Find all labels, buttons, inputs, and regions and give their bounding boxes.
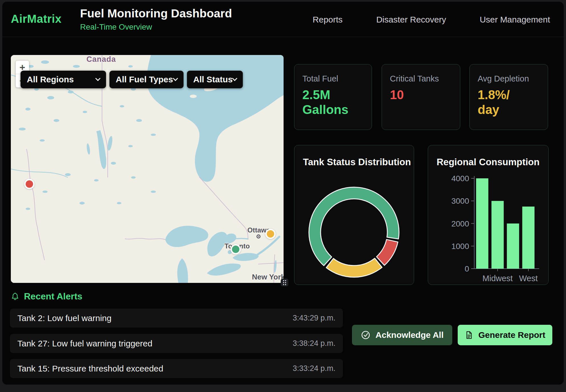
alert-time: 3:38:24 p.m. bbox=[293, 339, 335, 348]
brand-logo: AirMatrix bbox=[11, 13, 62, 25]
chevron-down-icon bbox=[95, 76, 100, 81]
stat-value: 10 bbox=[390, 87, 452, 102]
stat-label: Total Fuel bbox=[302, 74, 364, 83]
nav-item-disaster-recovery[interactable]: Disaster Recovery bbox=[376, 15, 446, 24]
stat-label: Critical Tanks bbox=[390, 74, 452, 83]
status-select-value: All Status bbox=[193, 75, 233, 84]
chevron-down-icon bbox=[232, 76, 237, 81]
svg-text:2000: 2000 bbox=[451, 219, 469, 228]
generate-report-label: Generate Report bbox=[478, 330, 545, 340]
alert-text: Tank 27: Low fuel warning triggered bbox=[17, 339, 152, 348]
resize-grip-handle[interactable] bbox=[281, 279, 288, 286]
header: AirMatrix Fuel Monitoring Dashboard Real… bbox=[2, 2, 564, 37]
alert-row[interactable]: Tank 15: Pressure threshold exceeded 3:3… bbox=[10, 359, 343, 378]
svg-text:3000: 3000 bbox=[451, 197, 469, 205]
regions-select[interactable]: All Regions bbox=[21, 71, 106, 88]
page-title: Fuel Monitoring Dashboard bbox=[80, 7, 232, 20]
regional-consumption-bar-chart[interactable]: 01000200030004000MidwestWest bbox=[428, 145, 549, 285]
nav-item-user-management[interactable]: User Management bbox=[480, 15, 550, 24]
stat-value: 1.8%/day bbox=[478, 87, 540, 117]
alert-text: Tank 15: Pressure threshold exceeded bbox=[17, 364, 163, 373]
status-select[interactable]: All Status bbox=[187, 71, 243, 88]
check-circle-icon bbox=[361, 330, 370, 340]
acknowledge-all-label: Acknowledge All bbox=[376, 330, 444, 340]
fuel-types-select-value: All Fuel Types bbox=[116, 75, 173, 84]
map-label-canada: Canada bbox=[83, 55, 120, 64]
map-canvas[interactable]: Canada Ottawa Toronto New York + − All R… bbox=[11, 55, 284, 283]
alert-time: 3:33:24 p.m. bbox=[293, 364, 335, 373]
dashboard-window: AirMatrix Fuel Monitoring Dashboard Real… bbox=[2, 2, 564, 385]
stat-card-critical-tanks: Critical Tanks 10 bbox=[382, 64, 460, 130]
alerts-header: Recent Alerts bbox=[11, 291, 82, 302]
acknowledge-all-button[interactable]: Acknowledge All bbox=[352, 325, 452, 345]
regional-consumption-card: Regional Consumption 01000200030004000Mi… bbox=[428, 145, 549, 285]
page-subtitle: Real-Time Overview bbox=[80, 23, 232, 32]
stat-card-total-fuel: Total Fuel 2.5MGallons bbox=[294, 64, 372, 130]
svg-text:West: West bbox=[519, 274, 538, 283]
regions-select-value: All Regions bbox=[27, 75, 74, 84]
alert-row[interactable]: Tank 2: Low fuel warning 3:43:29 p.m. bbox=[10, 309, 343, 328]
fuel-types-select[interactable]: All Fuel Types bbox=[109, 71, 184, 88]
map-label-new-york: New York bbox=[246, 273, 284, 281]
stat-card-avg-depletion: Avg Depletion 1.8%/day bbox=[469, 64, 548, 130]
nav-item-reports[interactable]: Reports bbox=[313, 15, 343, 24]
tank-status-distribution-card: Tank Status Distribution bbox=[294, 145, 414, 285]
document-icon bbox=[465, 331, 473, 339]
alerts-title: Recent Alerts bbox=[24, 291, 82, 302]
svg-text:4000: 4000 bbox=[451, 174, 469, 183]
main-nav: Reports Disaster Recovery User Managemen… bbox=[313, 15, 550, 24]
stat-value: 2.5MGallons bbox=[302, 87, 364, 117]
ottawa-city-dot-icon bbox=[256, 234, 260, 238]
generate-report-button[interactable]: Generate Report bbox=[458, 325, 552, 345]
alert-time: 3:43:29 p.m. bbox=[293, 314, 335, 322]
svg-text:Midwest: Midwest bbox=[482, 274, 513, 283]
chevron-down-icon bbox=[173, 76, 178, 81]
page: AirMatrix Fuel Monitoring Dashboard Real… bbox=[0, 0, 566, 392]
svg-text:0: 0 bbox=[465, 264, 469, 273]
svg-text:1000: 1000 bbox=[451, 242, 469, 251]
title-block: Fuel Monitoring Dashboard Real-Time Over… bbox=[80, 7, 232, 32]
map-marker[interactable] bbox=[231, 244, 241, 254]
map-marker[interactable] bbox=[24, 179, 34, 189]
map-marker[interactable] bbox=[265, 229, 276, 239]
alert-row[interactable]: Tank 27: Low fuel warning triggered 3:38… bbox=[10, 334, 343, 353]
map-filter-bar: All Regions All Fuel Types All Status bbox=[21, 71, 243, 88]
bell-icon bbox=[11, 292, 19, 301]
tank-status-donut-chart[interactable] bbox=[294, 145, 414, 285]
alert-text: Tank 2: Low fuel warning bbox=[17, 313, 111, 323]
stat-label: Avg Depletion bbox=[478, 74, 540, 83]
